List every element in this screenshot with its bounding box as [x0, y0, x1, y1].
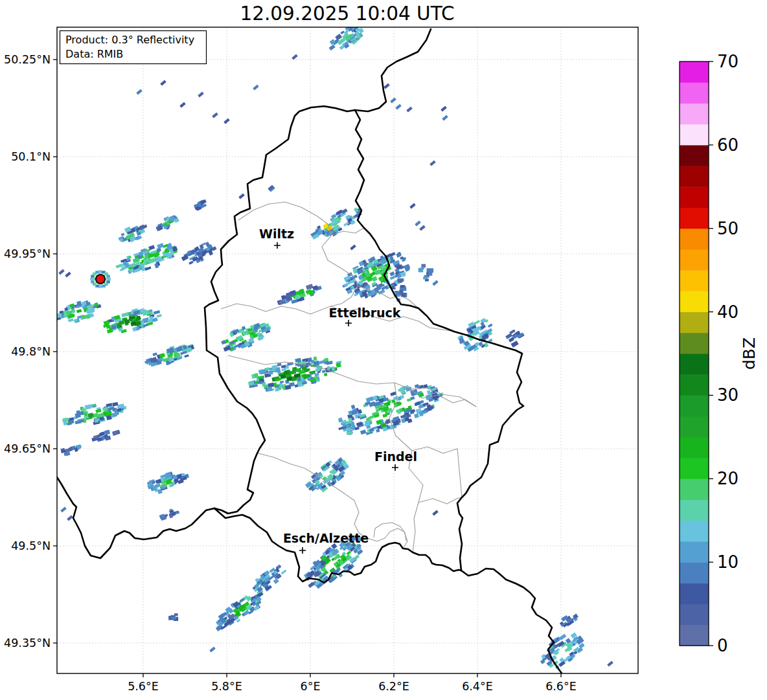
- radar-site-layer: [90, 270, 111, 288]
- echo-speck: [441, 106, 446, 112]
- echo-speck: [136, 89, 142, 95]
- city-marker: [392, 464, 398, 471]
- regional-border: [418, 497, 462, 504]
- plot-frame: [57, 27, 638, 673]
- colorbar: 010203040506070: [680, 52, 738, 655]
- regional-border: [412, 447, 462, 497]
- echo-cluster: [168, 613, 178, 621]
- echo-cluster: [277, 284, 322, 305]
- lon-tick-label: 5.8°E: [211, 680, 242, 693]
- city-labels-layer: WiltzEttelbruckFindelEsch/Alzette: [259, 227, 417, 554]
- colorbar-tick-label: 10: [717, 552, 738, 572]
- echo-speck: [209, 647, 215, 653]
- national-border: [355, 110, 523, 570]
- lon-tick-label: 5.6°E: [128, 680, 159, 693]
- info-box-line2: Data: RMIB: [65, 48, 123, 60]
- echo-speck: [395, 104, 401, 110]
- echo-speck: [198, 92, 203, 98]
- lon-tick-label: 6.4°E: [462, 680, 493, 693]
- echo-cluster: [418, 264, 433, 282]
- info-box-line1: Product: 0.3° Reflectivity: [65, 34, 194, 46]
- colorbar-tick-label: 40: [717, 302, 738, 322]
- echo-speck: [390, 98, 396, 104]
- echo-speck: [58, 269, 64, 275]
- colorbar-tick-label: 50: [717, 219, 738, 238]
- echo-speck: [442, 115, 448, 121]
- echo-cluster: [310, 207, 362, 240]
- colorbar-tick-label: 30: [717, 385, 738, 405]
- echo-speck: [409, 203, 415, 209]
- lon-tick-label: 6.2°E: [378, 680, 409, 693]
- colorbar-tick-label: 70: [717, 52, 738, 71]
- echo-cluster: [248, 356, 341, 392]
- colorbar-tick-label: 20: [717, 469, 738, 488]
- echo-speck: [607, 661, 613, 667]
- echo-cluster: [147, 471, 189, 494]
- lat-tick-label: 49.65°N: [4, 442, 51, 455]
- echo-cluster: [329, 23, 364, 51]
- city-label: Esch/Alzette: [283, 531, 369, 545]
- figure-title: 12.09.2025 10:04 UTC: [240, 3, 454, 25]
- colorbar-tick-label: 0: [717, 636, 728, 655]
- echo-cluster: [540, 632, 585, 669]
- lat-tick-label: 49.35°N: [4, 637, 51, 649]
- radar-site-marker: [96, 275, 105, 284]
- echo-speck: [292, 54, 297, 60]
- city-marker: [274, 242, 280, 249]
- echo-speck: [65, 272, 71, 278]
- echo-cluster: [194, 199, 207, 211]
- city-marker: [299, 547, 306, 554]
- city-label: Ettelbruck: [329, 306, 401, 320]
- lat-tick-label: 50.1°N: [11, 150, 51, 163]
- echo-cluster: [221, 322, 271, 352]
- echo-cluster: [253, 565, 287, 595]
- lat-tick-label: 49.95°N: [4, 247, 51, 260]
- echo-cluster: [61, 444, 82, 456]
- echo-speck: [419, 225, 425, 231]
- radar-echo-layer: [55, 23, 613, 669]
- echo-speck: [432, 510, 438, 516]
- echo-cluster: [118, 225, 147, 243]
- echo-cluster: [144, 344, 194, 367]
- echo-cluster: [91, 429, 120, 442]
- city-label: Findel: [374, 449, 417, 464]
- echo-cluster: [159, 508, 180, 521]
- echo-cluster: [115, 243, 177, 274]
- echo-cluster: [505, 330, 525, 348]
- echo-speck: [160, 80, 166, 86]
- city-marker: [345, 320, 352, 326]
- echo-speck: [415, 221, 420, 227]
- echo-speck: [406, 107, 412, 113]
- echo-speck: [432, 280, 438, 286]
- echo-cluster: [103, 308, 162, 333]
- echo-speck: [238, 194, 244, 199]
- echo-cluster: [338, 384, 444, 435]
- regional-border: [228, 356, 476, 407]
- echo-speck: [223, 119, 229, 124]
- echo-cluster: [155, 215, 179, 231]
- echo-speck: [350, 245, 356, 251]
- echo-speck: [212, 113, 218, 119]
- echo-speck: [60, 507, 66, 513]
- grid-layer: [57, 27, 638, 673]
- lat-tick-label: 49.8°N: [11, 345, 51, 358]
- echo-speck: [384, 84, 389, 89]
- echo-cluster: [457, 318, 492, 352]
- colorbar-unit-label: dBZ: [740, 337, 759, 370]
- echo-speck: [429, 161, 435, 166]
- regional-border: [221, 304, 330, 314]
- colorbar-tick-label: 60: [717, 135, 738, 155]
- lon-tick-label: 6°E: [301, 680, 321, 693]
- echo-cluster: [62, 402, 126, 425]
- echo-cluster: [55, 300, 102, 323]
- lat-tick-label: 50.25°N: [4, 53, 51, 66]
- colorbar-scale: [680, 62, 709, 646]
- echo-speck: [253, 85, 258, 91]
- lon-tick-label: 6.6°E: [545, 680, 577, 693]
- echo-speck: [67, 515, 73, 521]
- echo-cluster: [305, 457, 349, 492]
- echo-speck: [179, 102, 185, 108]
- echo-cluster: [181, 242, 217, 265]
- echo-cluster: [560, 613, 578, 627]
- city-label: Wiltz: [259, 227, 294, 241]
